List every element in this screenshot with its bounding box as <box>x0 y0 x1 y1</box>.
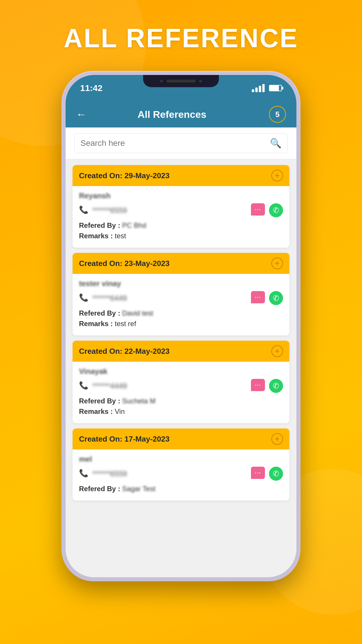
remarks-1: Remarks : test ref <box>79 320 283 328</box>
contact-row-3: 📞 ******6559 <box>79 467 283 481</box>
search-input[interactable] <box>80 139 270 148</box>
search-container: 🔍 <box>66 127 296 159</box>
search-box[interactable]: 🔍 <box>74 133 288 153</box>
battery-fill <box>270 85 279 91</box>
whatsapp-icon-3[interactable] <box>269 467 283 481</box>
whatsapp-icon-1[interactable] <box>269 291 283 305</box>
signal-bar-1 <box>252 89 254 92</box>
reference-card-1: Created On: 23-May-2023 + tester vinay 📞… <box>73 253 289 335</box>
card-date-1: Created On: 23-May-2023 <box>79 259 170 268</box>
phone-frame: 11:42 ← All References 5 <box>61 71 301 581</box>
add-reference-button-3[interactable]: + <box>271 433 283 445</box>
phone-number-2: ******4449 <box>92 382 251 391</box>
action-icons-0 <box>251 203 283 217</box>
referred-by-2: Refered By : Sucheta M <box>79 397 283 405</box>
action-icons-3 <box>251 467 283 481</box>
notch-bar <box>166 80 196 83</box>
whatsapp-icon-0[interactable] <box>269 203 283 217</box>
add-reference-button-0[interactable]: + <box>271 170 283 181</box>
status-icons <box>252 84 282 92</box>
status-bar: 11:42 <box>66 75 296 101</box>
add-reference-button-2[interactable]: + <box>271 345 283 357</box>
contact-name-1: tester vinay <box>79 279 283 288</box>
header-title: All References <box>92 109 252 120</box>
search-icon: 🔍 <box>270 138 282 149</box>
phone-mockup: 11:42 ← All References 5 <box>61 71 301 581</box>
whatsapp-icon-2[interactable] <box>269 379 283 393</box>
status-time: 11:42 <box>80 83 103 93</box>
phone-icon-0: 📞 <box>79 205 89 215</box>
reference-card-3: Created On: 17-May-2023 + mel 📞 ******65… <box>73 428 289 501</box>
phone-number-3: ******6559 <box>92 469 251 478</box>
card-header-0: Created On: 29-May-2023 + <box>73 165 289 186</box>
notch-dot-left <box>160 80 163 83</box>
phone-icon-2: 📞 <box>79 381 89 391</box>
referred-by-3: Refered By : Sagar Test <box>79 485 283 493</box>
contact-name-2: Vinayak <box>79 367 283 376</box>
notch <box>143 75 219 87</box>
page-title: ALL REFERENCE <box>64 23 298 53</box>
phone-screen: 11:42 ← All References 5 <box>66 75 296 577</box>
referred-by-0: Refered By : PC Bhd <box>79 221 283 230</box>
chat-icon-3[interactable] <box>251 467 265 479</box>
app-header: ← All References 5 <box>66 101 296 127</box>
chat-icon-1[interactable] <box>251 291 265 303</box>
battery-icon <box>269 85 282 91</box>
contact-row-2: 📞 ******4449 <box>79 379 283 393</box>
phone-icon-1: 📞 <box>79 293 89 303</box>
chat-icon-0[interactable] <box>251 203 265 216</box>
card-header-2: Created On: 22-May-2023 + <box>73 341 289 362</box>
referred-by-1: Refered By : David test <box>79 309 283 317</box>
contact-row-1: 📞 ******6449 <box>79 291 283 305</box>
notch-dot-right <box>199 80 202 83</box>
back-button[interactable]: ← <box>76 108 87 120</box>
signal-bars <box>252 84 265 92</box>
references-list: Created On: 29-May-2023 + Reyansh 📞 ****… <box>66 159 296 577</box>
card-body-3: mel 📞 ******6559 Refered By : Sagar Test <box>73 449 289 501</box>
card-body-0: Reyansh 📞 ******6559 Refered By : PC Bhd <box>73 186 289 248</box>
card-header-3: Created On: 17-May-2023 + <box>73 428 289 449</box>
card-body-1: tester vinay 📞 ******6449 Refered By : D <box>73 274 289 335</box>
remarks-0: Remarks : test <box>79 232 283 240</box>
card-date-0: Created On: 29-May-2023 <box>79 171 170 180</box>
remarks-2: Remarks : Vin <box>79 407 283 416</box>
card-date-2: Created On: 22-May-2023 <box>79 347 170 356</box>
contact-row-0: 📞 ******6559 <box>79 203 283 217</box>
reference-card-0: Created On: 29-May-2023 + Reyansh 📞 ****… <box>73 165 289 248</box>
phone-number-1: ******6449 <box>92 294 251 303</box>
signal-bar-4 <box>262 84 265 92</box>
signal-bar-2 <box>255 88 258 92</box>
card-date-3: Created On: 17-May-2023 <box>79 435 170 444</box>
chat-icon-2[interactable] <box>251 379 265 391</box>
signal-bar-3 <box>259 86 261 92</box>
card-body-2: Vinayak 📞 ******4449 Refered By : Suchet <box>73 362 289 423</box>
add-reference-button-1[interactable]: + <box>271 258 283 269</box>
card-header-1: Created On: 23-May-2023 + <box>73 253 289 274</box>
contact-name-0: Reyansh <box>79 191 283 200</box>
reference-card-2: Created On: 22-May-2023 + Vinayak 📞 ****… <box>73 341 289 423</box>
phone-icon-3: 📞 <box>79 469 89 479</box>
action-icons-1 <box>251 291 283 305</box>
phone-number-0: ******6559 <box>92 206 251 215</box>
action-icons-2 <box>251 379 283 393</box>
contact-name-3: mel <box>79 455 283 464</box>
badge-count: 5 <box>269 106 286 123</box>
